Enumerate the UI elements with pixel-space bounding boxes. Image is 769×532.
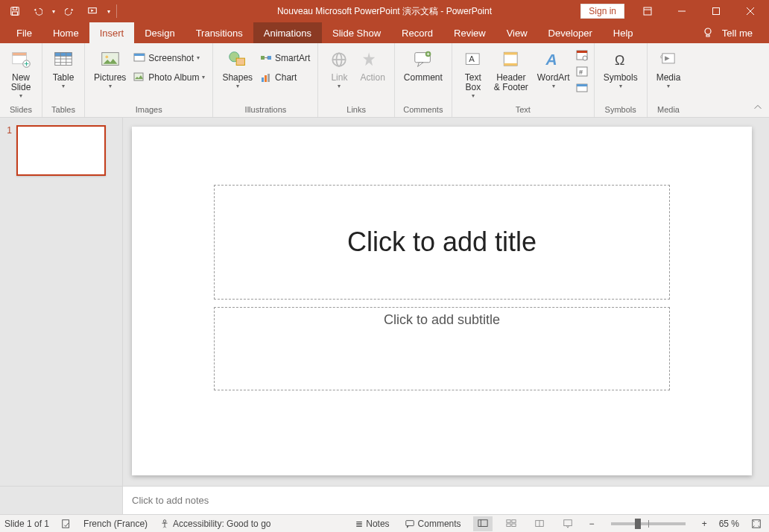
object-button[interactable]: [576, 82, 588, 97]
shapes-button[interactable]: Shapes ▾: [218, 46, 257, 89]
photo-album-label: Photo Album: [148, 72, 199, 83]
slide-canvas-area[interactable]: Click to add title Click to add subtitle: [123, 118, 769, 486]
pictures-icon: [98, 48, 122, 72]
collapse-ribbon-button[interactable]: [753, 102, 765, 114]
zoom-in-button[interactable]: +: [699, 515, 710, 533]
svg-rect-30: [261, 56, 265, 60]
table-button[interactable]: Table ▾: [47, 46, 80, 89]
close-button[interactable]: [733, 0, 768, 22]
notes-pane[interactable]: Click to add notes: [123, 487, 769, 514]
symbols-button[interactable]: Ω Symbols ▾: [599, 46, 642, 89]
language-status[interactable]: French (France): [83, 519, 148, 529]
slide-count[interactable]: Slide 1 of 1: [4, 519, 49, 529]
quick-access-toolbar: ▾ ▾: [0, 1, 118, 21]
header-footer-label: Header & Footer: [494, 73, 528, 92]
minimize-button[interactable]: [665, 0, 699, 22]
spell-check-button[interactable]: [58, 515, 75, 533]
tab-insert[interactable]: Insert: [89, 22, 135, 43]
maximize-button[interactable]: [699, 0, 733, 22]
group-label-tables: Tables: [42, 105, 84, 117]
reading-view-button[interactable]: [530, 516, 549, 531]
tab-view[interactable]: View: [496, 22, 538, 43]
slide-thumbnail-pane[interactable]: 1: [0, 118, 123, 486]
subtitle-placeholder[interactable]: Click to add subtitle: [214, 307, 670, 390]
smartart-button[interactable]: SmartArt: [257, 49, 313, 67]
tab-review[interactable]: Review: [443, 22, 496, 43]
tab-animations[interactable]: Animations: [253, 22, 322, 43]
tab-design[interactable]: Design: [134, 22, 185, 43]
link-icon: [327, 48, 351, 72]
fit-to-window-button[interactable]: [748, 515, 765, 533]
svg-rect-67: [563, 519, 572, 525]
svg-point-24: [105, 55, 108, 58]
chart-button[interactable]: Chart: [257, 69, 313, 86]
tab-slideshow[interactable]: Slide Show: [322, 22, 391, 43]
chevron-down-icon: ▾: [667, 83, 670, 89]
tell-me-icon[interactable]: [701, 26, 715, 39]
wordart-label: WordArt: [537, 73, 570, 83]
tell-me-search[interactable]: Tell me: [721, 22, 763, 43]
new-slide-button[interactable]: New Slide ▾: [4, 46, 37, 99]
svg-rect-59: [405, 520, 414, 525]
svg-rect-32: [262, 77, 264, 82]
svg-rect-63: [511, 519, 515, 522]
notes-toggle-button[interactable]: ≣ Notes: [352, 515, 392, 533]
chevron-down-icon: ▾: [62, 83, 65, 89]
wordart-button[interactable]: A WordArt ▾: [533, 46, 575, 89]
screenshot-label: Screenshot: [148, 53, 194, 63]
tab-home[interactable]: Home: [42, 22, 89, 43]
undo-button[interactable]: [27, 1, 48, 21]
thumbnail-item[interactable]: 1: [4, 125, 118, 176]
svg-rect-60: [478, 519, 487, 526]
svg-rect-45: [504, 52, 517, 54]
svg-point-10: [705, 28, 711, 34]
slideshow-view-button[interactable]: [558, 516, 577, 531]
link-button[interactable]: Link ▾: [323, 46, 355, 89]
slide-number-button[interactable]: #: [576, 66, 588, 80]
save-button[interactable]: [4, 1, 25, 21]
start-from-beginning-button[interactable]: [82, 1, 103, 21]
text-box-button[interactable]: A Text Box ▾: [457, 46, 490, 99]
photo-album-icon: [133, 72, 145, 83]
group-label-illustrations: Illustrations: [213, 105, 317, 117]
slide[interactable]: Click to add title Click to add subtitle: [132, 127, 752, 475]
title-placeholder[interactable]: Click to add title: [214, 185, 670, 300]
comments-toggle-button[interactable]: Comments: [402, 515, 464, 533]
redo-button[interactable]: [60, 1, 80, 21]
screenshot-button[interactable]: Screenshot ▾: [130, 49, 208, 67]
undo-dropdown[interactable]: ▾: [49, 1, 58, 21]
workspace: 1 Click to add title Click to add subtit…: [0, 118, 769, 486]
ribbon-display-options-button[interactable]: [630, 0, 665, 22]
pictures-button[interactable]: Pictures ▾: [89, 46, 130, 89]
svg-rect-4: [644, 7, 651, 15]
header-footer-button[interactable]: Header & Footer: [490, 46, 533, 92]
tab-record[interactable]: Record: [391, 22, 443, 43]
svg-rect-49: [577, 51, 587, 53]
tab-help[interactable]: Help: [603, 22, 644, 43]
accessibility-button[interactable]: Accessibility: Good to go: [156, 515, 273, 533]
svg-text:A: A: [469, 54, 475, 63]
tab-file[interactable]: File: [6, 22, 42, 43]
zoom-slider[interactable]: [611, 522, 686, 525]
action-button[interactable]: Action: [355, 46, 389, 83]
chevron-down-icon: ▾: [109, 83, 112, 89]
smartart-icon: [260, 52, 272, 64]
qat-customize-dropdown[interactable]: ▾: [104, 1, 113, 21]
zoom-out-button[interactable]: −: [586, 515, 598, 533]
svg-rect-26: [134, 54, 145, 56]
media-button[interactable]: Media ▾: [652, 46, 686, 89]
new-slide-icon: [9, 48, 33, 72]
zoom-percent[interactable]: 65 %: [719, 519, 739, 529]
svg-point-58: [163, 519, 166, 522]
svg-point-50: [583, 56, 587, 60]
slide-sorter-view-button[interactable]: [501, 516, 521, 531]
date-time-button[interactable]: [576, 49, 588, 64]
normal-view-button[interactable]: [473, 516, 493, 531]
photo-album-button[interactable]: Photo Album ▾: [130, 69, 208, 86]
comment-button[interactable]: Comment: [399, 46, 447, 83]
tab-developer[interactable]: Developer: [538, 22, 603, 43]
tab-transitions[interactable]: Transitions: [186, 22, 253, 43]
zoom-slider-thumb[interactable]: [635, 519, 641, 529]
sign-in-button[interactable]: Sign in: [580, 4, 624, 19]
thumbnail-preview[interactable]: [16, 125, 106, 176]
